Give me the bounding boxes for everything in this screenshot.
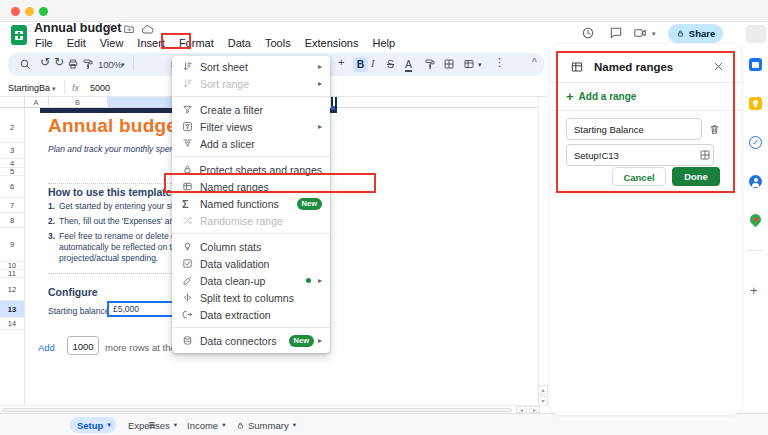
row-header-3[interactable]: 3 [0,143,24,159]
add-rows-button[interactable]: Add [38,342,55,353]
horizontal-scroll-thumb[interactable] [2,408,512,413]
zoom-select[interactable]: 100% [98,59,122,70]
version-history-icon[interactable] [581,26,595,40]
text-color-button[interactable]: A [405,58,412,72]
row-header-14[interactable]: 14 [0,318,24,330]
row-header-8[interactable]: 8 [0,213,24,228]
menu-item-sort-sheet[interactable]: Sort sheet▸ [172,58,330,75]
row-header-9[interactable]: 9 [0,228,24,262]
menubar-item-view[interactable]: View [93,36,131,50]
mac-minimize-button[interactable] [25,7,34,16]
trash-icon[interactable] [708,123,721,136]
print-icon[interactable] [67,58,79,70]
menu-item-add-a-slicer[interactable]: Add a slicer [172,135,330,152]
row-header-7[interactable]: 7 [0,198,24,213]
formula-input[interactable]: 5000 [90,83,110,93]
strikethrough-button[interactable]: S [387,58,394,70]
mac-close-button[interactable] [11,7,20,16]
add-rows-count-input[interactable]: 1000 [67,336,99,355]
move-folder-icon[interactable] [123,23,135,35]
merge-dropdown-icon[interactable]: ▾ [478,61,482,68]
menubar-item-data[interactable]: Data [221,36,258,50]
menu-item-data-extraction[interactable]: Data extraction [172,306,330,323]
column-header-b[interactable]: B [48,98,107,107]
sheets-logo[interactable] [11,25,27,45]
contacts-icon[interactable] [749,175,762,188]
add-addon-icon[interactable]: + [750,284,758,297]
sheet-tab-income[interactable]: Income▾ [180,417,224,433]
menu-item-named-ranges[interactable]: Named ranges [172,178,330,195]
row-header-12[interactable]: 12 [0,278,24,301]
range-ref-input[interactable]: Setup!C13 [566,144,714,166]
zoom-dropdown-icon[interactable]: ▾ [121,61,125,68]
collapse-toolbar-icon[interactable]: ^ [532,58,537,68]
range-name-input[interactable]: Starting Balance [566,118,702,140]
row-header-5[interactable]: 5 [0,168,24,176]
menubar-item-insert[interactable]: Insert [130,36,172,50]
avatar[interactable] [746,25,766,43]
redo-icon[interactable]: ↻ [54,56,64,68]
sheet-tab-setup[interactable]: Setup▾ [70,417,116,433]
row-header-6[interactable]: 6 [0,176,24,198]
name-box-dropdown-icon[interactable]: ▾ [52,85,56,92]
add-range-button[interactable]: + Add a range [566,90,636,103]
column-header-a[interactable]: A [24,98,48,107]
borders-icon[interactable] [443,58,455,70]
scroll-up-button[interactable]: ▴ [538,385,548,395]
tab-menu-icon[interactable]: ▾ [107,421,110,429]
menu-item-filter-views[interactable]: Filter views▸ [172,118,330,135]
vertical-scrollbar[interactable] [538,97,548,406]
row-header-2[interactable]: 2 [0,112,24,143]
sheet-tab-expenses[interactable]: Expenses▾ [121,417,173,433]
share-button[interactable]: Share [668,24,723,43]
mac-zoom-button[interactable] [39,7,48,16]
row-header-11[interactable]: 11 [0,270,24,278]
menubar-item-edit[interactable]: Edit [60,36,93,50]
maps-icon[interactable] [748,212,764,228]
select-range-icon[interactable] [699,149,711,161]
menu-item-column-stats[interactable]: Column stats [172,238,330,255]
selected-column-header[interactable] [107,97,172,108]
meet-icon[interactable] [633,26,647,40]
menubar-item-tools[interactable]: Tools [258,36,298,50]
comments-icon[interactable] [609,26,623,40]
italic-button[interactable]: I [371,58,375,69]
cancel-button[interactable]: Cancel [612,167,666,186]
menu-item-create-a-filter[interactable]: Create a filter [172,101,330,118]
scroll-left-button[interactable]: ◂ [516,406,527,413]
tab-menu-icon[interactable]: ▾ [293,421,296,429]
close-icon[interactable] [712,60,725,73]
meet-dropdown-icon[interactable]: ▾ [652,30,656,37]
tab-menu-icon[interactable]: ▾ [222,421,225,429]
decrease-font-button[interactable]: + [338,57,344,68]
menu-item-protect-sheets-and-ranges[interactable]: Protect sheets and ranges [172,161,330,178]
menubar-item-help[interactable]: Help [365,36,402,50]
menu-item-data-validation[interactable]: Data validation [172,255,330,272]
selected-cell[interactable]: £5,000 [107,301,179,317]
keep-icon[interactable] [749,97,762,110]
undo-icon[interactable]: ↺ [40,56,50,68]
horizontal-scrollbar[interactable] [0,405,548,413]
menubar-item-format[interactable]: Format [172,36,221,50]
menubar-item-extensions[interactable]: Extensions [298,36,366,50]
scroll-right-button[interactable]: ▸ [529,406,540,413]
calendar-icon[interactable] [749,58,762,71]
merge-cells-icon[interactable] [463,58,475,70]
tab-menu-icon[interactable]: ▾ [174,421,177,429]
more-toolbar-icon[interactable]: ⋮ [494,57,505,68]
menubar-item-file[interactable]: File [28,36,60,50]
menu-item-data-connectors[interactable]: Data connectorsNew▸ [172,332,330,349]
star-icon[interactable]: ☆ [105,22,116,34]
bold-button[interactable]: B [353,57,368,72]
row-header-13[interactable]: 13 [0,301,24,318]
fill-color-icon[interactable] [424,58,436,70]
search-icon[interactable] [19,58,31,70]
tasks-icon[interactable]: ✓ [749,136,762,149]
name-box[interactable]: StartingBa [8,83,50,93]
menu-item-named-functions[interactable]: ΣNamed functionsNew [172,195,330,212]
menu-item-data-clean-up[interactable]: Data clean-up▸ [172,272,330,289]
sheet-tab-summary[interactable]: Summary▾ [229,417,293,433]
paint-format-icon[interactable] [82,58,94,70]
menu-item-split-text-to-columns[interactable]: Split text to columns [172,289,330,306]
done-button[interactable]: Done [672,167,720,186]
